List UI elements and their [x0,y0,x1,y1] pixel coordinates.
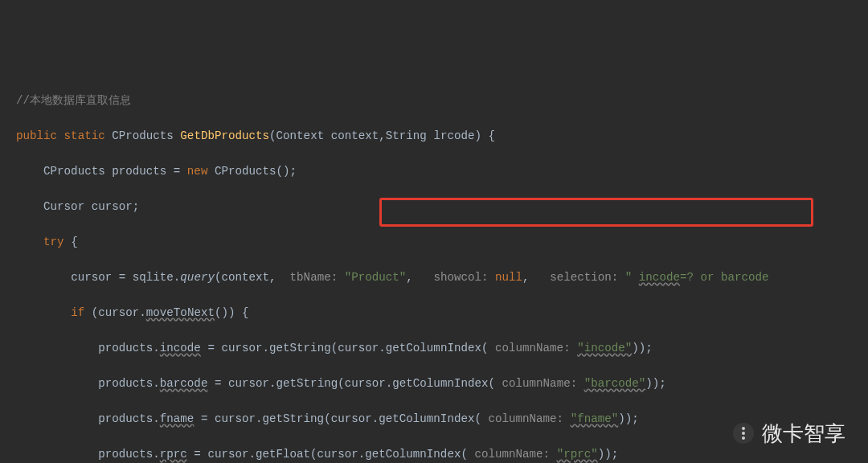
comment: //本地数据库直取信息 [16,94,131,107]
code-line: public static CProducts GetDbProducts(Co… [0,127,868,145]
code-line: cursor = sqlite.query(context, tbName: "… [0,268,868,286]
code-line: //本地数据库直取信息 [0,92,868,109]
watermark-text: 微卡智享 [762,424,845,442]
code-line: products.rprc = cursor.getFloat(cursor.g… [0,445,868,463]
wechat-icon [733,423,754,444]
code-line: try { [0,233,868,251]
code-line: products.incode = cursor.getString(curso… [0,339,868,357]
code-line: Cursor cursor; [0,198,868,215]
code-line: CProducts products = new CProducts(); [0,162,868,180]
code-line: if (cursor.moveToNext()) { [0,304,868,322]
watermark: 微卡智享 [733,423,845,444]
code-line: products.barcode = cursor.getString(curs… [0,375,868,392]
code-editor[interactable]: //本地数据库直取信息 public static CProducts GetD… [0,71,868,463]
